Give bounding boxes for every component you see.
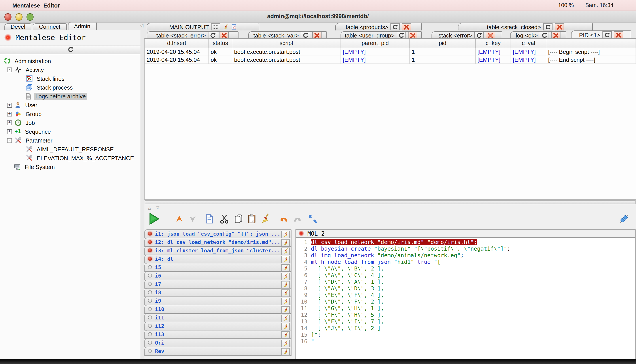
close-tab-button[interactable] [402,24,411,30]
instruction-item-ori[interactable]: Ori [144,338,291,347]
collapse-up-icon[interactable]: △ [148,206,151,210]
close-tab-button[interactable] [219,32,229,39]
column-header-status[interactable]: status [209,39,232,48]
menu-bar-clock[interactable]: Sam. 16:34 [585,2,613,8]
clear-instruction-button[interactable] [281,298,290,305]
tree-refresh-button[interactable] [0,45,140,54]
refresh-button[interactable] [397,32,406,39]
column-header-pid[interactable]: pid [410,39,476,48]
table-cell[interactable]: 1 [410,56,476,64]
close-tab-button[interactable] [312,32,322,39]
tree-item-elevation-max-acceptance[interactable]: ELEVATION_MAX_%_ACCEPTANCE [0,154,140,162]
clear-doc-icon[interactable] [231,24,237,30]
tree-item-user[interactable]: +User [0,100,140,110]
close-tab-button[interactable] [551,32,561,39]
code-area[interactable]: 12345678910111213141516 dl csv load_netw… [296,238,635,364]
tree-item-logs-before-archive[interactable]: Logs before archive [0,92,140,100]
clear-instruction-button[interactable] [281,289,290,297]
tab-admin[interactable]: Admin [68,22,97,30]
column-header-dtInsert[interactable]: dtInsert [145,39,209,48]
instruction-item-i6[interactable]: i6 [144,271,291,280]
tree-item-stack-lines[interactable]: Stack lines [0,74,140,83]
table-cell[interactable]: boot.execute.on.start.post [232,56,341,64]
redo-button[interactable] [293,214,303,225]
cut-button[interactable] [219,213,229,226]
table-cell[interactable]: ok [209,48,232,56]
tab-connect[interactable]: Connect [33,24,67,30]
table-cell[interactable]: 1 [410,48,476,56]
instruction-item-i10[interactable]: i10 [144,305,291,314]
tab-devel[interactable]: Devel [5,24,32,30]
clear-instruction-button[interactable] [281,281,290,288]
instruction-item-i11[interactable]: i11 [144,313,291,322]
minimize-window-button[interactable] [16,13,23,21]
column-header-message[interactable] [546,39,636,48]
clear-instruction-button[interactable] [281,340,290,347]
zoom-window-button[interactable] [27,13,34,21]
column-header-c_val[interactable]: c_val [511,39,546,48]
refresh-button[interactable] [543,24,552,30]
column-header-parent_pid[interactable]: parent_pid [341,39,410,48]
clear-instruction-button[interactable] [281,306,290,314]
output-tab-main-output[interactable]: MAIN OUTPUT [147,23,259,30]
table-cell[interactable]: [EMPTY] [511,48,546,56]
connection-button[interactable] [618,213,630,226]
refresh-button[interactable] [475,32,484,39]
copy-button[interactable] [234,213,243,226]
clear-instruction-button[interactable] [281,323,290,330]
clear-instruction-button[interactable] [281,272,290,280]
move-down-button[interactable] [188,214,197,225]
table-cell[interactable]: boot.execute.on.start.post [232,48,341,56]
close-tab-button[interactable] [408,32,418,39]
collapse-toggle-icon[interactable]: - [7,138,12,143]
table-cell[interactable]: 2019-04-20 15:45:04 [145,48,209,56]
instruction-item-i7[interactable]: i7 [144,280,291,288]
undo-button[interactable] [278,214,288,225]
collapse-down-icon[interactable]: ▽ [156,206,159,210]
instruction-item-rev[interactable]: Rev [144,346,291,356]
expand-toggle-icon[interactable]: + [7,129,12,134]
list-editor-splitter[interactable] [291,229,295,364]
instruction-item-i8[interactable]: i8 [144,288,291,297]
output-tab-log-ok-[interactable]: log <ok> [510,31,566,39]
collapse-left-icon[interactable]: ◁ [140,23,143,28]
output-tab-table-products-[interactable]: table <products> [335,23,422,30]
clear-instruction-button[interactable] [281,247,290,255]
clear-instruction-button[interactable] [281,256,290,263]
instruction-item-i13[interactable]: i13 [144,330,291,339]
app-menu-title[interactable]: Mentalese_Editor [12,2,60,8]
output-tab-stack-error-[interactable]: stack <error> [432,31,502,39]
tree-item-job[interactable]: +Job [0,118,140,127]
close-tab-button[interactable] [554,24,564,30]
clear-instruction-button[interactable] [281,348,290,356]
tree-item-file-system[interactable]: File System [0,162,140,171]
table-cell[interactable]: 2019-04-20 15:45:04 [145,56,209,64]
clear-instruction-button[interactable] [281,314,290,322]
table-cell[interactable]: [---- Begin script ----] [546,48,636,56]
tree-item-group[interactable]: +Group [0,110,140,118]
table-cell[interactable]: [EMPTY] [476,56,511,64]
tree-item-sequence[interactable]: ++1Sequence [0,127,140,136]
new-document-button[interactable] [204,213,214,226]
move-up-button[interactable] [174,214,184,225]
clear-instruction-button[interactable] [281,331,290,339]
output-tab-table-stack-error-[interactable]: table <stack_error> [147,31,238,39]
instruction-item-i5[interactable]: i5 [144,263,291,272]
close-tab-button[interactable] [486,32,495,39]
tree-item-aiml-default-response[interactable]: AIML_DEFAULT_RESPONSE [0,145,140,154]
expand-toggle-icon[interactable]: + [7,102,12,108]
clear-instruction-button[interactable] [281,239,290,246]
close-window-button[interactable] [5,13,12,21]
refresh-button[interactable] [602,31,612,38]
output-tab-table-stack-closed-[interactable]: table <stack_closed> [458,23,593,30]
clear-instruction-button[interactable] [281,264,290,272]
sidebar-splitter[interactable] [140,30,144,364]
instruction-item-i12[interactable]: i12 [144,322,291,330]
refresh-button[interactable] [540,32,549,39]
paste-button[interactable] [247,213,257,226]
horizontal-scrollbar[interactable] [144,199,636,205]
output-tab-table-user-group-[interactable]: table <user_group> [341,31,422,39]
instruction-item-i2[interactable]: i2: dl csv load_network "demo/iris.md"..… [144,238,291,246]
tree-item-stack-process[interactable]: Stack process [0,83,140,92]
instruction-item-i9[interactable]: i9 [144,296,291,305]
